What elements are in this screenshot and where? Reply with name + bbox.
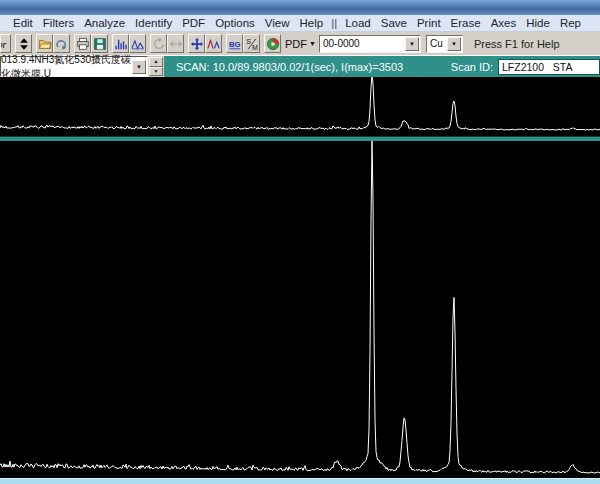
pan-button[interactable] [188, 34, 205, 53]
overview-trace [0, 77, 600, 130]
menu-separator: || [328, 17, 340, 29]
peaks-icon [131, 37, 145, 51]
menu-item-hide[interactable]: Hide [521, 17, 555, 29]
smooth-button[interactable]: SM [243, 34, 260, 53]
menu-item-identify[interactable]: Identify [130, 17, 177, 29]
background-fit-button[interactable]: BG [226, 34, 243, 53]
menu-item-help[interactable]: Help [295, 17, 329, 29]
pdf-number-value: 00-0000 [320, 38, 405, 49]
menu-item-view[interactable]: View [260, 17, 295, 29]
main-chart[interactable] [0, 141, 600, 478]
peak-display-button[interactable] [129, 34, 146, 53]
undo-button[interactable] [53, 34, 70, 53]
scan-info-text: SCAN: 10.0/89.9803/0.02/1(sec), I(max)=3… [176, 61, 403, 73]
profile-fit-button[interactable] [205, 34, 222, 53]
pattern-display-button[interactable] [112, 34, 129, 53]
open-folder-icon [38, 37, 52, 51]
menu-item-erase[interactable]: Erase [446, 17, 486, 29]
spinner-down-button[interactable]: ▼ [149, 67, 163, 77]
save-button[interactable] [91, 34, 108, 53]
menu-item-load[interactable]: Load [340, 17, 376, 29]
cursor-icon: br [0, 37, 10, 51]
menu-item-save[interactable]: Save [376, 17, 412, 29]
rotate-button [150, 34, 167, 53]
scan-id-label: Scan ID: [451, 61, 493, 73]
jade-window: ade 5 [user/Materials Data, Inc.] Friday… [0, 0, 600, 484]
file-combo[interactable]: 013.9.4NH3氮化530摄氏度碳化微米膜.U ▼ [0, 56, 148, 77]
zoom-range-button[interactable] [15, 34, 32, 53]
bg-letters-icon: BG [228, 37, 242, 51]
svg-text:M: M [252, 43, 258, 50]
anode-value: Cu [427, 38, 447, 49]
pdf-retrieval-button[interactable] [264, 34, 281, 53]
pdf-number-combo[interactable]: 00-0000 ▼ [319, 35, 421, 53]
floppy-disk-icon [93, 37, 107, 51]
printer-icon [76, 37, 90, 51]
main-chart-area[interactable] [0, 141, 600, 478]
scan-spinner: ▲ ▼ [148, 56, 164, 77]
chevron-down-icon[interactable]: ▼ [309, 40, 316, 47]
pdf-combo-label: PDF [285, 38, 307, 50]
menu-item-options[interactable]: Options [210, 17, 260, 29]
rotate-arrow-icon [152, 37, 166, 51]
overview-chart-area[interactable] [0, 77, 600, 136]
menu-item-analyze[interactable]: Analyze [79, 17, 130, 29]
svg-text:BG: BG [228, 39, 240, 48]
status-hint: Press F1 for Help [474, 38, 560, 50]
overview-chart[interactable] [0, 77, 600, 136]
svg-text:br: br [0, 38, 7, 49]
four-way-arrows-icon [190, 37, 204, 51]
up-down-arrows-icon [17, 37, 31, 51]
globe-icon [266, 37, 280, 51]
svg-text:S: S [246, 38, 251, 45]
profile-peaks-icon [207, 37, 221, 51]
menu-item-edit[interactable]: Edit [8, 17, 38, 29]
shift-button [167, 34, 184, 53]
bar-pattern-icon [114, 37, 128, 51]
menu-item-filters[interactable]: Filters [38, 17, 79, 29]
anode-combo-dropdown-button[interactable]: ▼ [447, 37, 461, 51]
edit-cursor-button[interactable]: br [0, 34, 11, 53]
titlebar[interactable]: ade 5 [user/Materials Data, Inc.] Friday… [0, 0, 600, 15]
anode-combo[interactable]: Cu ▼ [426, 35, 463, 53]
s-over-m-icon: SM [245, 37, 259, 51]
menu-item-print[interactable]: Print [412, 17, 446, 29]
open-file-button[interactable] [36, 34, 53, 53]
bottom-edge-strip [0, 478, 600, 484]
pdf-combo-dropdown-button[interactable]: ▼ [405, 37, 419, 51]
undo-arrow-icon [55, 37, 69, 51]
scan-info-bar: SCAN: 10.0/89.9803/0.02/1(sec), I(max)=3… [164, 56, 600, 77]
menu-bar: EditFiltersAnalyzeIdentifyPDFOptionsView… [0, 15, 600, 32]
scan-id-field[interactable]: LFZ2100 STA [498, 59, 600, 75]
menu-item-rep[interactable]: Rep [555, 17, 586, 29]
print-button[interactable] [74, 34, 91, 53]
scan-row: 013.9.4NH3氮化530摄氏度碳化微米膜.U ▼ ▲ ▼ SCAN: 10… [0, 56, 600, 77]
menu-item-pdf[interactable]: PDF [177, 17, 210, 29]
menu-item-axes[interactable]: Axes [486, 17, 522, 29]
main-trace [0, 141, 600, 473]
file-combo-dropdown-button[interactable]: ▼ [132, 60, 146, 74]
spinner-up-button[interactable]: ▲ [149, 57, 163, 67]
left-right-arrows-icon [169, 37, 183, 51]
